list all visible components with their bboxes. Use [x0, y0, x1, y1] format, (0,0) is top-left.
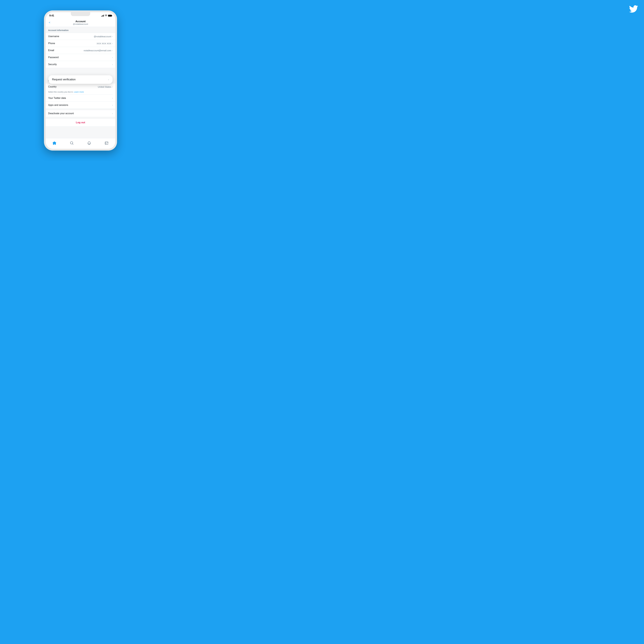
messages-nav-item[interactable]	[103, 140, 110, 146]
country-subtext: Select the country you live in. Learn mo…	[46, 90, 115, 95]
data-permissions-section: Country United States › Select the count…	[46, 83, 115, 109]
username-right: @notableaccount ›	[94, 35, 113, 38]
email-value: notableaccount@email.com	[84, 49, 111, 52]
twitter-data-right: ›	[112, 97, 113, 99]
deactivate-row[interactable]: Deactivate your account ›	[46, 110, 115, 117]
country-label: Country	[48, 85, 56, 88]
security-row[interactable]: Security ›	[46, 61, 115, 68]
account-info-title: Account information	[48, 29, 69, 31]
account-info-header: Account information	[46, 27, 115, 33]
phone-label: Phone	[48, 42, 55, 45]
bottom-nav	[46, 138, 115, 149]
deactivate-chevron: ›	[112, 112, 113, 115]
signal-icon	[101, 15, 104, 17]
learn-more-link[interactable]: Learn more	[74, 91, 84, 93]
twitter-data-label: Your Twitter data	[48, 97, 66, 99]
search-nav-item[interactable]	[69, 140, 75, 146]
email-row[interactable]: Email notableaccount@email.com ›	[46, 47, 115, 54]
home-nav-item[interactable]	[51, 140, 58, 146]
apps-sessions-right: ›	[112, 104, 113, 106]
battery-icon	[108, 15, 112, 17]
username-chevron: ›	[112, 35, 113, 38]
security-chevron: ›	[112, 63, 113, 66]
search-icon	[70, 141, 74, 145]
email-chevron: ›	[112, 49, 113, 52]
username-row[interactable]: Username @notableaccount ›	[46, 33, 115, 40]
username-label: Username	[48, 35, 59, 38]
twitter-data-row[interactable]: Your Twitter data ›	[46, 95, 115, 102]
security-label: Security	[48, 63, 57, 66]
section-gap-2	[46, 117, 115, 118]
deactivate-label: Deactivate your account	[48, 112, 74, 115]
phone-wrapper: 9:41 <	[44, 10, 117, 151]
notifications-icon	[87, 141, 91, 145]
twitter-data-chevron: ›	[112, 97, 113, 99]
password-chevron: ›	[112, 56, 113, 59]
home-icon	[52, 141, 56, 145]
page-title: Account	[49, 20, 112, 23]
email-right: notableaccount@email.com ›	[84, 49, 113, 52]
verification-label: Request verification	[52, 78, 76, 81]
notifications-nav-item[interactable]	[86, 140, 92, 146]
phone-value: XXX XXX XXX	[97, 42, 111, 45]
security-right: ›	[112, 63, 113, 66]
logout-section: Log out	[46, 119, 115, 127]
phone-row[interactable]: Phone XXX XXX XXX ›	[46, 40, 115, 47]
back-button[interactable]: <	[49, 21, 50, 24]
apps-sessions-label: Apps and sessions	[48, 104, 68, 106]
messages-icon	[105, 141, 109, 145]
nav-header: < Account @notableaccount	[46, 18, 115, 27]
logout-button[interactable]: Log out	[46, 119, 115, 126]
country-value: United States	[98, 86, 111, 88]
phone-chevron: ›	[112, 42, 113, 45]
deactivate-section: Deactivate your account ›	[46, 110, 115, 117]
verification-card[interactable]: Request verification ›	[48, 75, 113, 84]
password-right: ›	[112, 56, 113, 59]
country-right: United States ›	[98, 86, 113, 88]
country-container: Country United States › Select the count…	[46, 83, 115, 95]
email-label: Email	[48, 49, 54, 52]
apps-sessions-chevron: ›	[112, 104, 113, 106]
status-icons	[101, 15, 112, 17]
status-time: 9:41	[49, 14, 54, 17]
password-label: Password	[48, 56, 59, 59]
country-row[interactable]: Country United States ›	[46, 83, 115, 90]
account-info-section: Username @notableaccount › Phone XXX XXX…	[46, 33, 115, 68]
password-row[interactable]: Password ›	[46, 54, 115, 61]
deactivate-right: ›	[112, 112, 113, 115]
phone-right: XXX XXX XXX ›	[97, 42, 113, 45]
wifi-icon	[105, 15, 107, 17]
account-handle: @notableaccount	[49, 23, 112, 25]
country-chevron: ›	[112, 86, 113, 88]
phone-notch	[71, 12, 90, 16]
apps-sessions-row[interactable]: Apps and sessions ›	[46, 102, 115, 109]
username-value: @notableaccount	[94, 35, 111, 38]
verification-chevron: ›	[108, 78, 109, 81]
